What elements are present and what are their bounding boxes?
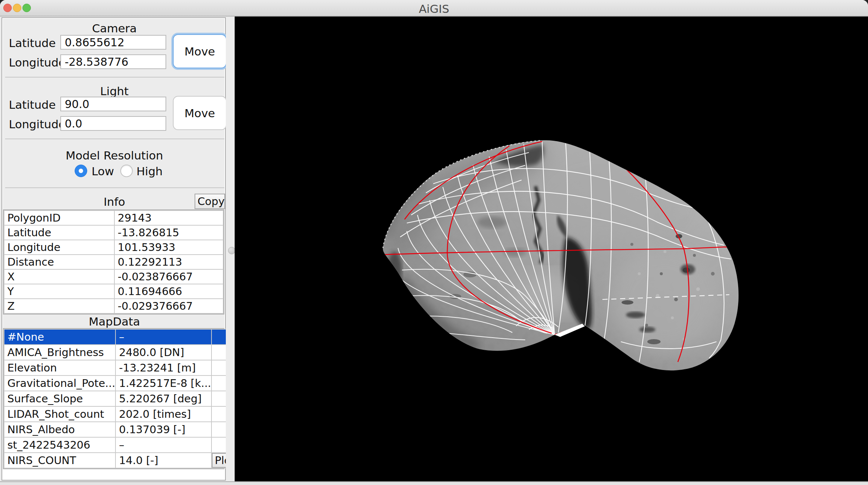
mapdata-value: 1.422517E-8 [k... <box>115 376 211 391</box>
radio-low-icon[interactable] <box>75 165 87 177</box>
info-key: Y <box>4 284 114 299</box>
camera-latitude-input[interactable] <box>60 35 166 50</box>
copy-button[interactable]: Copy <box>195 194 225 209</box>
mapdata-value: -13.23241 [m] <box>115 360 211 376</box>
radio-low-label[interactable]: Low <box>92 165 114 178</box>
camera-section-title: Camera <box>2 22 227 35</box>
light-longitude-label: Longitude <box>9 117 65 132</box>
info-key: Longitude <box>4 240 114 255</box>
light-move-button[interactable]: Move <box>173 96 227 130</box>
mapdata-name: Gravitational_Pote... <box>4 376 115 391</box>
section-divider <box>5 139 224 139</box>
light-latitude-input[interactable] <box>60 97 166 111</box>
mapdata-table: #None – AMICA_Brightness2480.0 [DN] Elev… <box>3 328 224 469</box>
info-key: X <box>4 269 114 284</box>
info-key: Distance <box>4 255 114 269</box>
mapdata-name: Surface_Slope <box>4 391 115 406</box>
app-window: AiGIS Camera Latitude Longitude Move Lig… <box>0 0 868 485</box>
light-latitude-label: Latitude <box>9 97 56 112</box>
table-row[interactable]: LIDAR_Shot_count202.0 [times] <box>4 406 238 422</box>
mapdata-name: Elevation <box>4 360 115 376</box>
mapdata-section-title: MapData <box>2 315 227 328</box>
mapdata-value: 14.0 [-] <box>115 453 211 468</box>
splitter-handle-icon[interactable] <box>228 247 235 254</box>
mapdata-name: st_2422543206 <box>4 437 115 453</box>
mapdata-value: – <box>115 437 211 453</box>
info-section-title: Info <box>2 195 227 208</box>
control-sidebar: Camera Latitude Longitude Move Light Lat… <box>1 17 226 481</box>
mapdata-name: AMICA_Brightness <box>4 345 115 360</box>
info-table: PolygonID29143 Latitude-13.826815 Longit… <box>3 209 224 315</box>
3d-viewport[interactable] <box>235 17 868 481</box>
radio-high-icon[interactable] <box>120 165 133 177</box>
mapdata-panel: #None – AMICA_Brightness2480.0 [DN] Elev… <box>3 328 224 479</box>
table-row[interactable]: Latitude-13.826815 <box>4 225 223 240</box>
radio-high-label[interactable]: High <box>136 165 163 178</box>
titlebar[interactable]: AiGIS <box>0 0 868 17</box>
mapdata-value: 2480.0 [DN] <box>115 345 211 360</box>
light-longitude-input[interactable] <box>60 116 166 131</box>
mapdata-name: NIRS_Albedo <box>4 422 115 437</box>
table-row[interactable]: Elevation-13.23241 [m] <box>4 360 238 376</box>
table-row[interactable]: Z-0.029376667 <box>4 299 223 313</box>
table-row[interactable]: Longitude101.53933 <box>4 240 223 255</box>
info-value: 0.11694666 <box>114 284 223 299</box>
table-row[interactable]: AMICA_Brightness2480.0 [DN] <box>4 345 238 360</box>
window-title: AiGIS <box>0 2 868 15</box>
table-row[interactable]: Distance0.12292113 <box>4 255 223 269</box>
table-row[interactable]: Y0.11694666 <box>4 284 223 299</box>
camera-longitude-input[interactable] <box>60 54 166 69</box>
table-row[interactable]: NIRS_Albedo0.137039 [-] <box>4 422 238 437</box>
info-key: Latitude <box>4 225 114 240</box>
table-row[interactable]: X-0.023876667 <box>4 269 223 284</box>
mapdata-value: 5.220267 [deg] <box>115 391 211 406</box>
info-value: -0.029376667 <box>114 299 223 313</box>
section-divider <box>5 187 224 188</box>
info-key: PolygonID <box>4 211 114 225</box>
camera-latitude-label: Latitude <box>9 36 56 50</box>
table-row[interactable]: Surface_Slope5.220267 [deg] <box>4 391 238 406</box>
table-row[interactable]: NIRS_COUNT 14.0 [-] Plot <box>4 453 238 468</box>
section-divider <box>5 77 224 78</box>
asteroid-model <box>235 17 868 481</box>
mapdata-name: #None <box>4 329 115 345</box>
table-row[interactable]: Gravitational_Pote...1.422517E-8 [k... <box>4 376 238 391</box>
mapdata-name: NIRS_COUNT <box>4 453 115 468</box>
info-value: 29143 <box>114 211 223 225</box>
info-value: 0.12292113 <box>114 255 223 269</box>
mapdata-value: 0.137039 [-] <box>115 422 211 437</box>
mapdata-name: LIDAR_Shot_count <box>4 406 115 422</box>
resolution-radio-group: Low High <box>2 165 227 178</box>
asteroid-body <box>374 134 746 377</box>
info-key: Z <box>4 299 114 313</box>
camera-move-button[interactable]: Move <box>173 34 227 68</box>
info-value: -0.023876667 <box>114 269 223 284</box>
camera-longitude-label: Longitude <box>9 55 65 70</box>
info-value: 101.53933 <box>114 240 223 255</box>
mapdata-value: 202.0 [times] <box>115 406 211 422</box>
table-row[interactable]: PolygonID29143 <box>4 211 223 225</box>
model-resolution-title: Model Resolution <box>2 149 227 162</box>
window-bottom-edge <box>0 481 868 485</box>
table-row[interactable]: st_2422543206– <box>4 437 238 453</box>
table-row-selected[interactable]: #None – <box>4 329 238 345</box>
mapdata-value: – <box>115 329 211 345</box>
info-value: -13.826815 <box>114 225 223 240</box>
